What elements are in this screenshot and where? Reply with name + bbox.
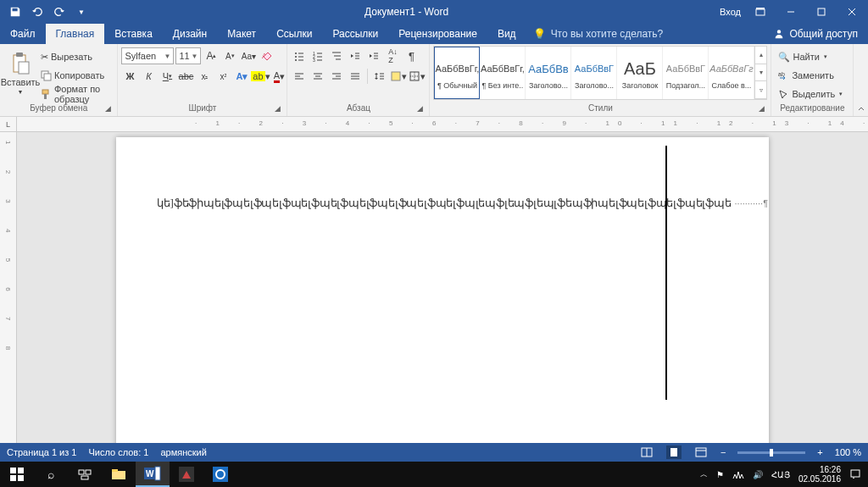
replace-button[interactable]: abЗаменить [775, 66, 837, 85]
subscript-button[interactable]: x₂ [196, 68, 213, 85]
tab-insert[interactable]: Вставка [104, 24, 163, 44]
app2-taskbar-icon[interactable] [170, 462, 203, 487]
style-subtitle[interactable]: АаБбВвГПодзагол... [663, 47, 709, 99]
horizontal-ruler[interactable]: · 1 · 2 · 3 · 4 · 5 · 6 · 7 · 8 · 9 · 10… [17, 117, 868, 132]
qat-customize-icon[interactable]: ▼ [71, 2, 92, 22]
start-button[interactable] [0, 462, 34, 487]
sort-button[interactable]: A↓Z [384, 47, 401, 64]
strikethrough-button[interactable]: abc [177, 68, 194, 85]
font-name-combo[interactable]: Sylfaen▼ [121, 47, 174, 64]
tray-chevron-icon[interactable]: ︿ [700, 469, 708, 480]
vertical-ruler[interactable]: 1 2 3 4 5 6 7 8 [0, 132, 17, 443]
word-count[interactable]: Число слов: 1 [88, 447, 148, 457]
zoom-in-button[interactable]: + [817, 447, 822, 457]
explorer-taskbar-icon[interactable] [102, 462, 136, 487]
increase-indent-button[interactable] [365, 47, 382, 64]
styles-gallery[interactable]: АаБбВвГг,¶ Обычный АаБбВвГг,¶ Без инте..… [433, 46, 767, 100]
borders-button[interactable]: ▾ [409, 68, 426, 85]
format-painter-button[interactable]: Формат по образцу [37, 85, 114, 103]
read-mode-button[interactable] [639, 445, 654, 459]
gallery-scroll[interactable]: ▴▾▿ [754, 47, 766, 99]
style-title[interactable]: АаБЗаголовок [617, 47, 663, 99]
tab-review[interactable]: Рецензирование [388, 24, 487, 44]
align-right-button[interactable] [328, 68, 345, 85]
signin-button[interactable]: Вход [716, 3, 744, 21]
document-text[interactable]: կե]ֆեֆիպելֆպելֆպելֆպելֆպելֆպելֆպելֆպելֆպ… [157, 196, 732, 209]
shrink-font-button[interactable]: A▾ [221, 47, 238, 64]
share-button[interactable]: Общий доступ [763, 24, 868, 44]
align-center-button[interactable] [309, 68, 326, 85]
minimize-button[interactable] [776, 0, 805, 24]
copy-button[interactable]: Копировать [37, 66, 114, 85]
superscript-button[interactable]: x² [214, 68, 231, 85]
font-size-combo[interactable]: 11▼ [175, 47, 201, 64]
maximize-button[interactable] [807, 0, 836, 24]
tab-mailings[interactable]: Рассылки [322, 24, 388, 44]
bold-button[interactable]: Ж [121, 68, 138, 85]
page-indicator[interactable]: Страница 1 из 1 [7, 447, 76, 457]
action-center-icon[interactable] [849, 468, 861, 480]
tray-clock[interactable]: 16:26 02.05.2016 [798, 465, 841, 484]
word-taskbar-icon[interactable]: W [136, 462, 170, 487]
collapse-ribbon-button[interactable] [854, 44, 868, 116]
tell-me-search[interactable]: 💡 Что вы хотите сделать? [533, 24, 664, 44]
multilevel-list-button[interactable] [328, 47, 345, 64]
tab-home[interactable]: Главная [46, 24, 105, 44]
undo-icon[interactable] [27, 2, 47, 22]
style-no-spacing[interactable]: АаБбВвГг,¶ Без инте... [480, 47, 526, 99]
search-taskbar-icon[interactable]: ⌕ [34, 462, 68, 487]
tray-flag-icon[interactable]: ⚑ [716, 470, 724, 479]
style-heading1[interactable]: АаБбВвЗаголово... [526, 47, 571, 99]
clipboard-launcher[interactable]: ◢ [103, 104, 112, 113]
cut-button[interactable]: ✂Вырезать [37, 47, 114, 66]
numbering-button[interactable]: 123 [309, 47, 326, 64]
style-heading2[interactable]: АаБбВвГЗаголово... [571, 47, 617, 99]
task-view-icon[interactable] [68, 462, 102, 487]
font-launcher[interactable]: ◢ [273, 104, 281, 113]
web-layout-button[interactable] [693, 445, 709, 459]
grow-font-button[interactable]: A▴ [203, 47, 220, 64]
tray-volume-icon[interactable]: 🔊 [753, 470, 763, 479]
language-indicator[interactable]: армянский [160, 447, 206, 457]
select-button[interactable]: Выделить▾ [775, 85, 846, 103]
styles-launcher[interactable]: ◢ [757, 104, 765, 113]
redo-icon[interactable] [49, 2, 70, 22]
shading-button[interactable]: ▾ [390, 68, 407, 85]
bullets-button[interactable] [291, 47, 308, 64]
print-layout-button[interactable] [666, 445, 682, 459]
justify-button[interactable] [347, 68, 364, 85]
align-left-button[interactable] [291, 68, 308, 85]
ribbon-display-icon[interactable] [746, 0, 775, 24]
save-icon[interactable] [5, 2, 25, 22]
clear-format-button[interactable]: A [259, 47, 275, 64]
tab-view[interactable]: Вид [487, 24, 526, 44]
zoom-out-button[interactable]: − [721, 447, 726, 457]
show-marks-button[interactable]: ¶ [403, 47, 420, 64]
style-normal[interactable]: АаБбВвГг,¶ Обычный [434, 47, 480, 99]
text-effects-button[interactable]: A▾ [233, 68, 250, 85]
line-spacing-button[interactable] [371, 68, 388, 85]
svg-point-17 [295, 56, 297, 58]
font-color-button[interactable]: A▾ [270, 68, 287, 85]
find-button[interactable]: 🔍Найти▾ [775, 47, 830, 66]
tray-wifi-icon[interactable] [732, 469, 744, 479]
close-button[interactable] [837, 0, 866, 24]
italic-button[interactable]: К [140, 68, 157, 85]
zoom-slider[interactable] [737, 451, 805, 454]
browser-taskbar-icon[interactable] [203, 462, 237, 487]
tray-keyboard-layout[interactable]: ՀԱՅ [771, 470, 790, 479]
style-subtle[interactable]: АаБбВвГгСлабое в... [709, 47, 754, 99]
underline-button[interactable]: Ч▾ [159, 68, 175, 85]
tab-references[interactable]: Ссылки [266, 24, 322, 44]
paragraph-launcher[interactable]: ◢ [415, 104, 424, 113]
zoom-level[interactable]: 100 % [835, 447, 861, 457]
paste-button[interactable]: Вставить ▼ [3, 46, 37, 100]
page[interactable]: կե]ֆեֆիպելֆպելֆպելֆպելֆպելֆպելֆպելֆպելֆպ… [116, 137, 769, 443]
tab-design[interactable]: Дизайн [163, 24, 217, 44]
decrease-indent-button[interactable] [347, 47, 364, 64]
document-viewport[interactable]: կե]ֆեֆիպելֆպելֆպելֆպելֆպելֆպելֆպելֆպելֆպ… [17, 132, 868, 443]
tab-file[interactable]: Файл [0, 24, 46, 44]
highlight-button[interactable]: ab▾ [252, 68, 269, 85]
tab-layout[interactable]: Макет [217, 24, 266, 44]
change-case-button[interactable]: Aa▾ [240, 47, 257, 64]
